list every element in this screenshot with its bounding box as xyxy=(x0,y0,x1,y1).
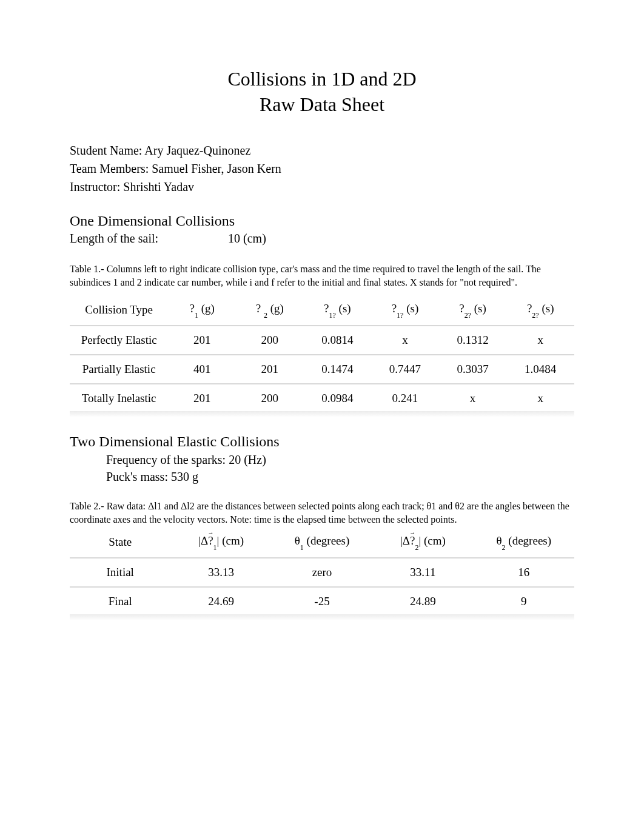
cell-t1f: 0.7447 xyxy=(371,354,439,383)
puck-mass-line: Puck's mass: 530 g xyxy=(106,468,574,485)
table-row: Initial 33.13 zero 33.11 16 xyxy=(70,557,574,586)
instructor-line: Instructor: Shrishti Yadav xyxy=(70,178,574,196)
col-t1i: ?1? (s) xyxy=(304,295,372,325)
cell-th2: 9 xyxy=(474,586,574,615)
cell-dl2: 24.89 xyxy=(372,586,473,615)
table-row: Totally Inelastic 201 200 0.0984 0.241 x… xyxy=(70,383,574,412)
cell-t2f: x xyxy=(506,325,574,354)
cell-m2: 201 xyxy=(236,354,304,383)
spark-frequency-line: Frequency of the sparks: 20 (Hz) xyxy=(106,451,574,468)
cell-th1: zero xyxy=(272,557,372,586)
instructor-label: Instructor: xyxy=(70,180,123,193)
cell-t1i: 0.1474 xyxy=(304,354,372,383)
cell-m1: 401 xyxy=(168,354,236,383)
cell-t1i: 0.0814 xyxy=(304,325,372,354)
cell-th1: -25 xyxy=(272,586,372,615)
table-1-caption: Table 1.- Columns left to right indicate… xyxy=(70,263,574,289)
title-line-2: Raw Data Sheet xyxy=(70,92,574,118)
title-line-1: Collisions in 1D and 2D xyxy=(70,67,574,92)
cell-dl2: 33.11 xyxy=(372,557,473,586)
cell-t2i: 0.1312 xyxy=(439,325,507,354)
table-row: Perfectly Elastic 201 200 0.0814 x 0.131… xyxy=(70,325,574,354)
cell-m2: 200 xyxy=(236,383,304,412)
student-name-line: Student Name: Ary Jaquez-Quinonez xyxy=(70,141,574,159)
col-theta1: θ1 (degrees) xyxy=(272,527,372,557)
sail-length-value: 10 (cm) xyxy=(228,232,266,246)
section-2d-heading: Two Dimensional Elastic Collisions xyxy=(70,434,574,450)
cell-t1i: 0.0984 xyxy=(304,383,372,412)
col-t2i: ?2? (s) xyxy=(439,295,507,325)
cell-m1: 201 xyxy=(168,325,236,354)
col-theta2: θ2 (degrees) xyxy=(474,527,574,557)
team-members-line: Team Members: Samuel Fisher, Jason Kern xyxy=(70,159,574,178)
col-m1: ?1 (g) xyxy=(168,295,236,325)
table-header-row: Collision Type ?1 (g) ? 2 (g) ?1? (s) ?1… xyxy=(70,295,574,325)
cell-state: Initial xyxy=(70,557,170,586)
student-name-label: Student Name: xyxy=(70,144,144,157)
cell-t2f: 1.0484 xyxy=(506,354,574,383)
sail-length-label: Length of the sail: xyxy=(70,232,158,245)
cell-t2i: 0.3037 xyxy=(439,354,507,383)
cell-m1: 201 xyxy=(168,383,236,412)
sail-length-line: Length of the sail: 10 (cm) xyxy=(70,232,574,246)
col-t1f: ?1? (s) xyxy=(371,295,439,325)
table-header-row: State |Δ?1| (cm) θ1 (degrees) |Δ?2| (cm)… xyxy=(70,527,574,557)
student-name-value: Ary Jaquez-Quinonez xyxy=(144,144,250,157)
section-1d-heading: One Dimensional Collisions xyxy=(70,213,574,229)
col-dl2: |Δ?2| (cm) xyxy=(372,527,473,557)
col-dl1: |Δ?1| (cm) xyxy=(170,527,271,557)
col-t2f: ?2? (s) xyxy=(506,295,574,325)
table-row: Final 24.69 -25 24.89 9 xyxy=(70,586,574,615)
col-m2: ? 2 (g) xyxy=(236,295,304,325)
cell-dl1: 24.69 xyxy=(170,586,271,615)
cell-t2i: x xyxy=(439,383,507,412)
info-block: Student Name: Ary Jaquez-Quinonez Team M… xyxy=(70,141,574,196)
col-collision-type: Collision Type xyxy=(70,295,168,325)
cell-t1f: 0.241 xyxy=(371,383,439,412)
team-members-value: Samuel Fisher, Jason Kern xyxy=(152,162,281,175)
col-state: State xyxy=(70,527,170,557)
table-2d-collisions: State |Δ?1| (cm) θ1 (degrees) |Δ?2| (cm)… xyxy=(70,527,574,615)
table-1d-collisions: Collision Type ?1 (g) ? 2 (g) ?1? (s) ?1… xyxy=(70,295,574,412)
cell-th2: 16 xyxy=(474,557,574,586)
cell-type: Totally Inelastic xyxy=(70,383,168,412)
cell-type: Partially Elastic xyxy=(70,354,168,383)
cell-state: Final xyxy=(70,586,170,615)
cell-t2f: x xyxy=(506,383,574,412)
cell-m2: 200 xyxy=(236,325,304,354)
instructor-value: Shrishti Yadav xyxy=(123,180,194,193)
cell-type: Perfectly Elastic xyxy=(70,325,168,354)
table-row: Partially Elastic 401 201 0.1474 0.7447 … xyxy=(70,354,574,383)
table-2-caption: Table 2.- Raw data: Δl1 and Δl2 are the … xyxy=(70,500,574,526)
team-members-label: Team Members: xyxy=(70,162,152,175)
cell-dl1: 33.13 xyxy=(170,557,271,586)
cell-t1f: x xyxy=(371,325,439,354)
title-block: Collisions in 1D and 2D Raw Data Sheet xyxy=(70,67,574,117)
